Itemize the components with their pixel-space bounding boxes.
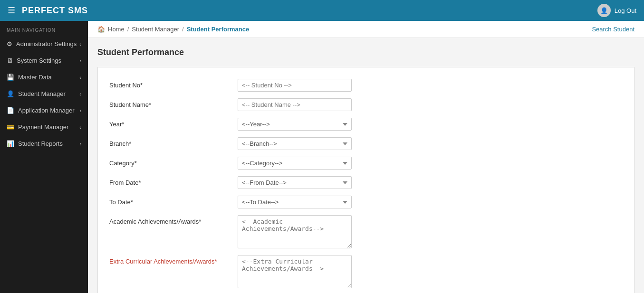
logout-button[interactable]: Log Out: [615, 7, 636, 14]
breadcrumb-sep1: /: [127, 26, 129, 33]
year-row: Year* <--Year-->: [109, 118, 623, 131]
avatar-icon: 👤: [600, 7, 608, 14]
breadcrumb-current: Student Performance: [187, 26, 249, 33]
from-date-label: From Date*: [109, 176, 238, 186]
brand-title: PERFECT SMS: [22, 6, 88, 16]
top-header: ☰ PERFECT SMS 👤 Log Out: [0, 0, 644, 21]
from-date-select[interactable]: <--From Date-->: [238, 176, 352, 189]
breadcrumb: 🏠 Home / Student Manager / Student Perfo…: [97, 26, 249, 33]
sidebar-item-reports-label: Student Reports: [18, 140, 63, 147]
to-date-row: To Date* <--To Date-->: [109, 196, 623, 208]
student-manager-chevron: ‹: [79, 91, 81, 97]
sidebar-item-student-reports[interactable]: 📊 Student Reports ‹: [0, 135, 88, 152]
breadcrumb-bar: 🏠 Home / Student Manager / Student Perfo…: [88, 21, 644, 38]
admin-settings-icon: ⚙: [7, 40, 12, 47]
branch-row: Branch* <--Branch-->: [109, 137, 623, 150]
sidebar-item-master-label: Master Data: [18, 74, 52, 81]
application-manager-icon: 📄: [7, 107, 14, 114]
extra-curricular-textarea[interactable]: [238, 255, 352, 288]
breadcrumb-sep2: /: [182, 26, 184, 33]
header-right: 👤 Log Out: [597, 4, 636, 17]
student-no-label: Student No*: [109, 79, 238, 89]
system-settings-icon: 🖥: [7, 57, 13, 64]
master-data-icon: 💾: [7, 74, 14, 81]
sidebar-item-student-label: Student Manager: [18, 90, 66, 97]
sidebar-item-student-manager[interactable]: 👤 Student Manager ‹: [0, 85, 88, 102]
sidebar-item-system-left: 🖥 System Settings: [7, 57, 61, 64]
sidebar-item-master-data[interactable]: 💾 Master Data ‹: [0, 69, 88, 85]
academic-row: Academic Achievements/Awards*: [109, 215, 623, 248]
sidebar-item-master-left: 💾 Master Data: [7, 74, 52, 81]
sidebar-item-admin-label: Administrator Settings: [16, 40, 77, 47]
student-name-input[interactable]: [238, 98, 352, 111]
sidebar-item-payment-left: 💳 Payment Manager: [7, 123, 68, 131]
header-left: ☰ PERFECT SMS: [8, 5, 88, 16]
sidebar-item-application-manager[interactable]: 📄 Application Manager ‹: [0, 102, 88, 119]
form-card: Student No* Student Name* Year* <--Year-…: [97, 67, 634, 293]
student-reports-chevron: ‹: [79, 141, 81, 147]
year-label: Year*: [109, 118, 238, 128]
application-manager-chevron: ‹: [79, 108, 81, 113]
content-area: 🏠 Home / Student Manager / Student Perfo…: [88, 21, 644, 293]
search-student-link[interactable]: Search Student: [592, 26, 634, 33]
sidebar-item-admin-left: ⚙ Administrator Settings: [7, 40, 77, 47]
from-date-row: From Date* <--From Date-->: [109, 176, 623, 189]
sidebar-item-payment-manager[interactable]: 💳 Payment Manager ‹: [0, 119, 88, 135]
student-name-label: Student Name*: [109, 98, 238, 108]
master-data-chevron: ‹: [79, 75, 81, 80]
sidebar-item-app-left: 📄 Application Manager: [7, 107, 75, 114]
branch-label: Branch*: [109, 137, 238, 147]
main-layout: MAIN NAVIGATION ⚙ Administrator Settings…: [0, 21, 644, 293]
academic-textarea[interactable]: [238, 215, 352, 248]
page-title: Student Performance: [97, 47, 634, 57]
payment-manager-chevron: ‹: [79, 124, 81, 130]
category-select[interactable]: <--Category-->: [238, 157, 352, 170]
year-select[interactable]: <--Year-->: [238, 118, 352, 131]
sidebar-item-payment-label: Payment Manager: [18, 123, 68, 131]
sidebar-item-student-left: 👤 Student Manager: [7, 90, 66, 97]
student-name-row: Student Name*: [109, 98, 623, 111]
student-reports-icon: 📊: [7, 140, 14, 147]
nav-label: MAIN NAVIGATION: [0, 21, 88, 36]
sidebar-item-admin-settings[interactable]: ⚙ Administrator Settings ‹: [0, 36, 88, 52]
student-no-row: Student No*: [109, 79, 623, 92]
sidebar: MAIN NAVIGATION ⚙ Administrator Settings…: [0, 21, 88, 293]
home-icon: 🏠: [97, 26, 105, 33]
extra-curricular-row: Extra Curricular Achievements/Awards*: [109, 255, 623, 288]
sidebar-item-reports-left: 📊 Student Reports: [7, 140, 63, 147]
extra-curricular-label: Extra Curricular Achievements/Awards*: [109, 255, 238, 265]
system-settings-chevron: ‹: [79, 58, 81, 64]
to-date-label: To Date*: [109, 196, 238, 206]
breadcrumb-home[interactable]: Home: [108, 26, 125, 33]
avatar: 👤: [597, 4, 611, 17]
sidebar-item-system-label: System Settings: [17, 57, 61, 64]
page-content: Student Performance Student No* Student …: [88, 38, 644, 293]
category-label: Category*: [109, 157, 238, 167]
hamburger-icon[interactable]: ☰: [8, 5, 15, 16]
admin-settings-chevron: ‹: [79, 41, 81, 47]
sidebar-item-app-label: Application Manager: [18, 107, 75, 114]
student-manager-icon: 👤: [7, 90, 14, 97]
academic-label: Academic Achievements/Awards*: [109, 215, 238, 225]
payment-manager-icon: 💳: [7, 123, 14, 131]
category-row: Category* <--Category-->: [109, 157, 623, 170]
breadcrumb-student-manager[interactable]: Student Manager: [132, 26, 179, 33]
to-date-select[interactable]: <--To Date-->: [238, 196, 352, 208]
student-no-input[interactable]: [238, 79, 352, 92]
sidebar-item-system-settings[interactable]: 🖥 System Settings ‹: [0, 52, 88, 69]
branch-select[interactable]: <--Branch-->: [238, 137, 352, 150]
